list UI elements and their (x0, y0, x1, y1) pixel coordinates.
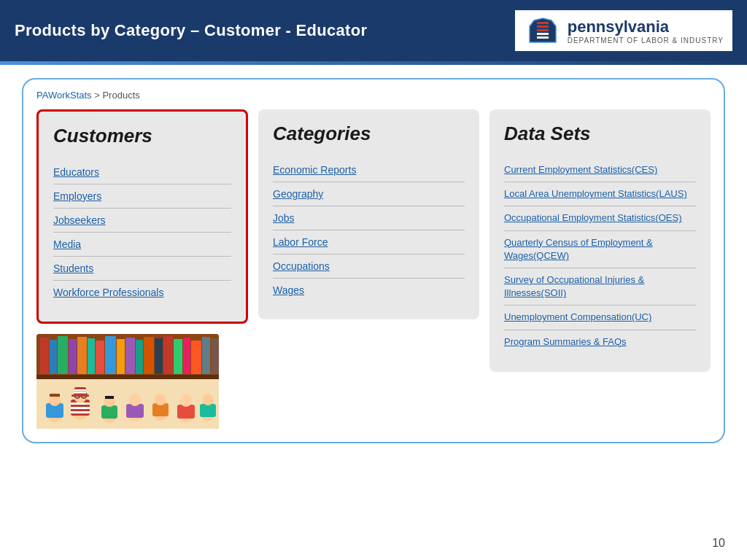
link-economic-reports[interactable]: Economic Reports (273, 164, 356, 176)
link-ces[interactable]: Current Employment Statistics(CES) (504, 164, 657, 175)
columns-container: Customers Educators Employers Jobseekers… (36, 109, 711, 429)
accent-line (0, 61, 747, 65)
svg-rect-9 (40, 338, 49, 374)
svg-rect-10 (50, 340, 57, 374)
breadcrumb: PAWorkStats > Products (36, 90, 711, 101)
link-uc[interactable]: Unemployment Compensation(UC) (504, 311, 651, 322)
svg-rect-20 (144, 337, 154, 374)
svg-rect-61 (200, 404, 216, 417)
link-jobs[interactable]: Jobs (273, 212, 295, 224)
list-item: Local Area Unemployment Statistics(LAUS) (504, 182, 696, 206)
svg-rect-50 (105, 396, 114, 399)
list-item: Employers (53, 184, 231, 209)
svg-rect-21 (155, 338, 163, 374)
list-item: Survey of Occupational Injuries & Illnes… (504, 268, 696, 306)
svg-rect-14 (88, 338, 95, 374)
header-title: Products by Category – Customer - Educat… (15, 21, 367, 40)
svg-rect-16 (105, 336, 116, 374)
link-geography[interactable]: Geography (273, 188, 323, 200)
svg-point-56 (155, 394, 166, 405)
logo-name: pennsylvania (568, 18, 724, 36)
list-item: Media (53, 233, 231, 257)
link-occupations[interactable]: Occupations (273, 260, 330, 272)
list-item: Workforce Professionals (53, 281, 231, 304)
link-laus[interactable]: Local Area Unemployment Statistics(LAUS) (504, 188, 687, 199)
svg-rect-2 (537, 22, 549, 24)
link-qcew[interactable]: Quarterly Census of Employment & Wages(Q… (504, 237, 653, 261)
svg-rect-4 (537, 29, 549, 31)
list-item: Occupations (273, 254, 465, 279)
categories-box: Categories Economic Reports Geography Jo… (258, 109, 479, 319)
list-item: Wages (273, 279, 465, 302)
svg-rect-19 (136, 340, 143, 374)
svg-point-59 (180, 394, 192, 407)
svg-rect-18 (125, 338, 135, 374)
link-soii[interactable]: Survey of Occupational Injuries & Illnes… (504, 274, 644, 298)
svg-point-53 (129, 393, 141, 406)
logo-subtitle: DEPARTMENT OF LABOR & INDUSTRY (568, 36, 724, 44)
svg-rect-12 (69, 339, 77, 374)
logo-container: pennsylvania DEPARTMENT OF LABOR & INDUS… (515, 10, 732, 51)
customers-heading: Customers (53, 125, 231, 147)
categories-heading: Categories (273, 122, 465, 145)
svg-rect-33 (50, 394, 60, 397)
link-students[interactable]: Students (53, 262, 93, 274)
breadcrumb-separator: > (92, 90, 103, 101)
svg-rect-11 (58, 336, 68, 374)
categories-column: Categories Economic Reports Geography Jo… (258, 109, 479, 319)
link-program-summaries[interactable]: Program Summaries & FAQs (504, 336, 627, 347)
svg-rect-45 (74, 392, 86, 394)
svg-rect-13 (77, 337, 87, 374)
list-item: Occupational Employment Statistics(OES) (504, 206, 696, 230)
link-labor-force[interactable]: Labor Force (273, 236, 328, 248)
svg-rect-17 (117, 339, 125, 374)
datasets-heading: Data Sets (504, 122, 696, 145)
svg-rect-3 (537, 26, 549, 28)
datasets-box: Data Sets Current Employment Statistics(… (489, 109, 711, 372)
svg-rect-15 (96, 341, 104, 374)
svg-rect-44 (74, 389, 86, 392)
svg-rect-6 (537, 36, 549, 39)
link-media[interactable]: Media (53, 238, 81, 250)
svg-rect-27 (211, 338, 219, 374)
svg-rect-23 (174, 339, 182, 374)
list-item: Economic Reports (273, 158, 465, 182)
svg-rect-28 (36, 375, 219, 379)
link-employers[interactable]: Employers (53, 190, 101, 202)
list-item: Geography (273, 182, 465, 206)
categories-links-list: Economic Reports Geography Jobs Labor Fo… (273, 158, 465, 302)
waldo-image (36, 334, 219, 429)
breadcrumb-current: Products (102, 90, 139, 101)
list-item: Current Employment Statistics(CES) (504, 158, 696, 182)
svg-rect-46 (71, 394, 89, 397)
svg-rect-48 (101, 405, 117, 419)
logo-text: pennsylvania DEPARTMENT OF LABOR & INDUS… (568, 18, 724, 44)
list-item: Program Summaries & FAQs (504, 330, 696, 354)
datasets-links-list: Current Employment Statistics(CES) Local… (504, 158, 696, 354)
svg-rect-37 (71, 407, 90, 409)
link-wages[interactable]: Wages (273, 284, 304, 296)
link-workforce-professionals[interactable]: Workforce Professionals (53, 287, 163, 298)
datasets-column: Data Sets Current Employment Statistics(… (489, 109, 711, 372)
list-item: Unemployment Compensation(UC) (504, 306, 696, 330)
list-item: Educators (53, 160, 231, 184)
customers-links-list: Educators Employers Jobseekers Media Stu… (53, 160, 231, 304)
customers-box: Customers Educators Employers Jobseekers… (36, 109, 248, 324)
link-educators[interactable]: Educators (53, 166, 99, 178)
customers-column: Customers Educators Employers Jobseekers… (36, 109, 248, 429)
svg-rect-24 (183, 338, 190, 374)
svg-rect-25 (191, 341, 201, 374)
list-item: Labor Force (273, 230, 465, 254)
link-oes[interactable]: Occupational Employment Statistics(OES) (504, 212, 682, 223)
svg-rect-5 (537, 33, 549, 35)
svg-rect-38 (71, 411, 90, 413)
breadcrumb-site-link[interactable]: PAWorkStats (36, 90, 92, 101)
page-header: Products by Category – Customer - Educat… (0, 0, 747, 61)
page-number: 10 (712, 537, 725, 550)
main-card: PAWorkStats > Products Customers Educato… (22, 78, 725, 443)
link-jobseekers[interactable]: Jobseekers (53, 214, 106, 226)
list-item: Jobseekers (53, 209, 231, 233)
waldo-scene-svg (36, 334, 219, 429)
svg-rect-26 (202, 337, 210, 374)
svg-rect-22 (163, 336, 173, 374)
